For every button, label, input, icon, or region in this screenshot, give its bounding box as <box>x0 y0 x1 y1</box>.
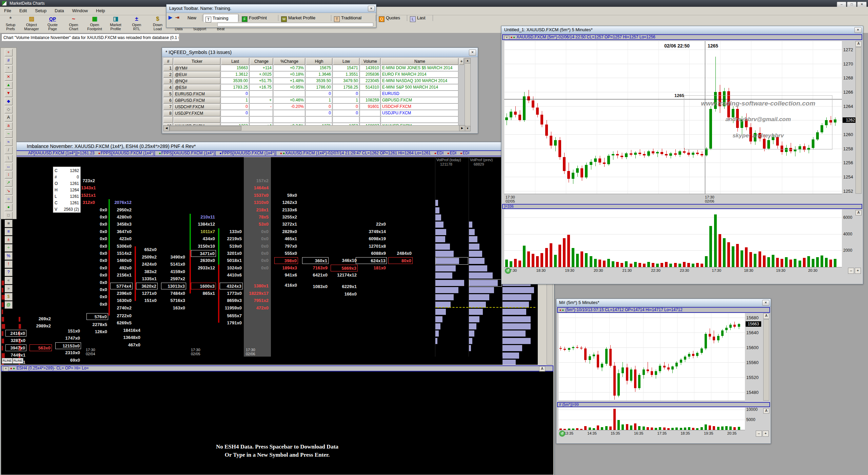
draw-tool-icon-6[interactable]: ◆ <box>5 98 13 105</box>
draw-tool-icon-13[interactable]: \ <box>5 155 13 162</box>
draw-tool-icon-24[interactable]: ÷ <box>5 244 13 252</box>
draw-tool-icon-30[interactable]: $ <box>5 293 13 301</box>
draw-tool-icon-26[interactable]: ! <box>5 261 13 268</box>
footprint-canvas[interactable]: 2416x03287x03947x07449x13504x1157x0269x2… <box>1 157 538 365</box>
rline-tab[interactable]: RLINE <box>13 358 23 364</box>
draw-tool-icon-5[interactable]: ▼ <box>5 90 13 97</box>
menu-help[interactable]: Help <box>92 7 109 15</box>
layout-tab-market-profile[interactable]: MMarket Profile <box>279 14 331 22</box>
draw-tool-icon-16[interactable]: ↗ <box>5 179 13 187</box>
draw-tool-icon-7[interactable]: ◇ <box>5 106 13 113</box>
h-scroll-thumb[interactable] <box>170 126 241 131</box>
esh4-canvas[interactable]: No ESH4 Data. Press Spacebar to Download… <box>1 372 553 475</box>
open-footprint-button[interactable]: ▦OpenFootprint <box>84 15 105 32</box>
rline-tab[interactable]: RLINE <box>2 358 13 364</box>
auto-scale-button[interactable]: A <box>763 313 769 319</box>
draw-tool-icon-10[interactable]: ~ <box>5 130 13 138</box>
cell-ticker[interactable]: @NQ# <box>174 78 220 84</box>
volume-plot[interactable] <box>504 209 842 267</box>
cell-ticker[interactable]: EURUSD.FXCM <box>174 91 220 97</box>
draw-tool-icon-1[interactable]: # <box>5 57 13 64</box>
zoom-out-button[interactable]: – <box>848 268 854 274</box>
zoom-in-button[interactable]: + <box>763 431 769 437</box>
draw-tool-icon-0[interactable]: + <box>5 49 13 56</box>
price-plot[interactable] <box>558 313 745 401</box>
vol-auto-button[interactable]: A <box>763 408 769 414</box>
esh4-auto-button[interactable]: A <box>539 366 545 372</box>
column-header-vol[interactable]: Volume <box>360 58 380 65</box>
quote-page-button[interactable]: QPQuotePage <box>42 15 63 32</box>
down-load-button[interactable]: $DownLoad <box>147 15 168 32</box>
layout-tab-new[interactable]: New <box>185 14 202 22</box>
vol-auto-button[interactable]: A <box>855 210 862 215</box>
chart-close-icon[interactable]: ✕ <box>762 300 769 306</box>
draw-tool-icon-4[interactable]: ▲ <box>5 81 13 89</box>
auto-scale-button[interactable]: A <box>855 41 862 47</box>
menu-data[interactable]: Data <box>51 7 68 15</box>
column-header-plus[interactable]: + <box>459 58 464 65</box>
scroll-up-icon[interactable]: ▲ <box>465 58 471 63</box>
column-header-last[interactable]: Last <box>221 58 249 65</box>
symbols-close-icon[interactable]: ✕ <box>469 50 476 56</box>
cell-ticker[interactable]: @YM# <box>174 65 220 71</box>
v-scrollbar[interactable] <box>465 58 471 131</box>
draw-tool-icon-9[interactable]: a <box>5 122 13 130</box>
zoom-out-button[interactable]: – <box>756 431 762 437</box>
layout-tab-training[interactable]: TTraining <box>203 14 238 22</box>
column-header-pct[interactable]: %Change <box>274 58 305 65</box>
draw-tool-icon-23[interactable]: ± <box>5 236 13 244</box>
column-header-num[interactable]: # <box>163 58 173 65</box>
draw-tool-icon-11[interactable]: ≈ <box>5 138 13 146</box>
chart-v-scrollbar[interactable] <box>763 319 769 401</box>
draw-tool-icon-2[interactable]: * <box>5 65 13 73</box>
object-manager-button[interactable]: ▨ObjectManager <box>21 15 42 32</box>
column-header-change[interactable]: Change <box>250 58 273 65</box>
cell-ticker[interactable] <box>174 117 220 123</box>
refresh-button[interactable]: ↺ <box>505 268 511 274</box>
menu-setup[interactable]: Setup <box>31 7 51 15</box>
draw-tool-icon-17[interactable]: ↘ <box>5 187 13 195</box>
cell-ticker[interactable]: @EU# <box>174 72 220 78</box>
column-header-name[interactable]: Name <box>381 58 458 65</box>
layout-tab-quotes[interactable]: QQuotes <box>377 14 407 22</box>
draw-tool-icon-15[interactable]: ↕ <box>5 171 13 178</box>
draw-tool-icon-21[interactable]: ■ <box>5 220 13 227</box>
draw-tool-icon-31[interactable]: @ <box>5 301 13 309</box>
column-header-ticker[interactable]: Ticker <box>174 58 220 65</box>
draw-tool-icon-29[interactable]: » <box>5 285 13 292</box>
draw-tool-icon-18[interactable]: ○ <box>5 195 13 203</box>
menu-window[interactable]: Window <box>68 7 92 15</box>
cell-ticker[interactable]: GBPUSD.FXCM <box>174 97 220 103</box>
draw-tool-icon-3[interactable]: ✕ <box>5 73 13 81</box>
draw-tool-icon-14[interactable]: ↔ <box>5 163 13 170</box>
price-plot[interactable]: 126502/06 22:501265www.trading-software-… <box>504 41 842 194</box>
chart-header-close-icon[interactable]: ✕ <box>504 36 509 40</box>
column-header-high[interactable]: High <box>306 58 332 65</box>
layout-tab-last[interactable]: LLast <box>408 14 432 22</box>
market-profile-button[interactable]: ◨MarketProfile <box>105 15 126 32</box>
draw-tool-icon-12[interactable]: / <box>5 147 13 154</box>
draw-tool-icon-8[interactable]: A <box>5 114 13 121</box>
cell-ticker[interactable]: USDCHF.FXCM <box>174 104 220 110</box>
cell-ticker[interactable]: USDJPY.FXCM <box>174 110 220 116</box>
menu-edit[interactable]: Edit <box>15 7 31 15</box>
scroll-down-icon[interactable]: ▼ <box>465 126 471 131</box>
scroll-right-icon[interactable]: ▶ <box>459 125 465 131</box>
open-chart-button[interactable]: ~OpenChart <box>63 15 84 32</box>
setup-prefs-button[interactable]: *SetupPrefs <box>0 15 21 32</box>
esh4-close-icon[interactable]: ✕ <box>3 366 8 371</box>
draw-tool-icon-20[interactable]: □ <box>5 212 13 219</box>
column-header-low[interactable]: Low <box>333 58 359 65</box>
scroll-left-icon[interactable]: ◀ <box>163 125 170 131</box>
refresh-button[interactable]: ↺ <box>559 431 565 437</box>
layout-tab-footprint[interactable]: FFootPrint <box>240 14 278 22</box>
chart-v-scrollbar[interactable] <box>855 47 862 194</box>
layout-toolbar-close-icon[interactable]: ✕ <box>368 6 375 12</box>
draw-tool-icon-28[interactable]: « <box>5 277 13 284</box>
cell-ticker[interactable]: @ES# <box>174 84 220 91</box>
chart-close-icon[interactable]: ✕ <box>854 27 862 33</box>
volume-plot[interactable] <box>558 407 745 430</box>
menu-file[interactable]: File <box>0 7 15 15</box>
zoom-in-button[interactable]: + <box>855 268 861 274</box>
run-layout-icon[interactable]: ▶ <box>169 15 174 21</box>
